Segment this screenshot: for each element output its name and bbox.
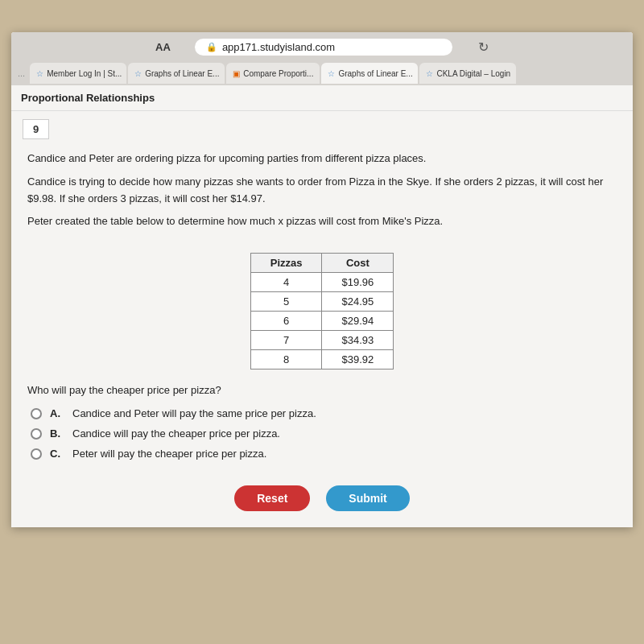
table-header-pizzas: Pizzas [250, 254, 322, 273]
tab-member-label: Member Log In | St... [47, 69, 122, 78]
refresh-button[interactable]: ↻ [478, 39, 489, 55]
table-cell-1-0: 5 [250, 292, 322, 312]
pizza-table: Pizzas Cost 4$19.965$24.956$29.947$34.93… [250, 253, 394, 369]
page-title: Proportional Relationships [21, 92, 155, 104]
choice-b-text: Candice will pay the cheaper price per p… [72, 427, 280, 440]
tab-graphs1-label: Graphs of Linear E... [145, 69, 219, 78]
table-cell-2-1: $29.94 [322, 312, 394, 331]
question-intro: Candice and Peter are ordering pizza for… [27, 151, 617, 167]
table-cell-4-0: 8 [250, 350, 322, 369]
browser-top-bar: AA 🔒 app171.studyisland.com ↻ [11, 32, 633, 61]
question-number-box: 9 [11, 111, 633, 147]
question-body: Candice and Peter are ordering pizza for… [11, 147, 633, 245]
table-row: 6$29.94 [250, 312, 394, 331]
reset-button[interactable]: Reset [234, 485, 310, 511]
table-cell-2-0: 6 [250, 312, 322, 331]
who-question: Who will pay the cheaper price per pizza… [11, 381, 633, 404]
radio-b[interactable] [31, 428, 42, 440]
aa-label: AA [155, 41, 171, 53]
choice-c: C. Peter will pay the cheaper price per … [31, 448, 613, 460]
tab-graphs2-label: Graphs of Linear E... [338, 69, 412, 78]
page-header: Proportional Relationships [11, 85, 633, 111]
choice-b-label: B. [50, 427, 64, 440]
table-header-cost: Cost [322, 254, 394, 273]
table-cell-0-0: 4 [250, 273, 322, 292]
tab-graphs1[interactable]: ☆ Graphs of Linear E... [128, 63, 225, 84]
radio-a[interactable] [31, 408, 42, 419]
table-cell-3-1: $34.93 [322, 331, 394, 350]
tab-member-icon: ☆ [36, 69, 43, 78]
address-text: app171.studyisland.com [222, 41, 335, 53]
candice-text: Candice is trying to decide how many piz… [27, 174, 617, 208]
choice-b: B. Candice will pay the cheaper price pe… [31, 427, 613, 440]
tab-graphs2-icon: ☆ [328, 69, 335, 78]
browser-window: AA 🔒 app171.studyisland.com ↻ ... ☆ Memb… [11, 32, 633, 527]
tab-graphs1-icon: ☆ [134, 69, 142, 78]
table-cell-1-1: $24.95 [322, 292, 394, 312]
tab-graphs2[interactable]: ☆ Graphs of Linear E... [321, 63, 418, 84]
tab-ckla-icon: ☆ [426, 69, 433, 78]
table-cell-0-1: $19.96 [322, 273, 394, 292]
lock-icon: 🔒 [206, 42, 217, 52]
tab-compare-label: Compare Proporti... [243, 69, 313, 78]
table-row: 5$24.95 [250, 292, 394, 312]
choice-c-text: Peter will pay the cheaper price per piz… [72, 448, 266, 460]
tab-compare[interactable]: ▣ Compare Proporti... [226, 63, 320, 84]
choice-c-label: C. [50, 448, 64, 460]
tab-ckla-label: CKLA Digital – Login [436, 69, 510, 78]
submit-button[interactable]: Submit [326, 485, 409, 511]
table-cell-3-0: 7 [250, 331, 322, 350]
answer-choices: A. Candice and Peter will pay the same p… [11, 404, 633, 471]
table-cell-4-1: $39.92 [322, 350, 394, 369]
tab-ckla[interactable]: ☆ CKLA Digital – Login [419, 63, 516, 84]
tabs-bar: ... ☆ Member Log In | St... ☆ Graphs of … [11, 61, 633, 85]
peter-text: Peter created the table below to determi… [27, 213, 617, 230]
address-bar[interactable]: 🔒 app171.studyisland.com [195, 39, 452, 56]
tab-compare-icon: ▣ [233, 69, 240, 78]
choice-a-text: Candice and Peter will pay the same pric… [72, 407, 316, 419]
table-row: 4$19.96 [250, 273, 394, 292]
choice-a-label: A. [50, 407, 64, 419]
content-wrapper: 9 Candice and Peter are ordering pizza f… [11, 111, 633, 527]
table-row: 8$39.92 [250, 350, 394, 369]
action-buttons: Reset Submit [11, 485, 633, 527]
tabs-ellipsis: ... [14, 68, 28, 78]
choice-a: A. Candice and Peter will pay the same p… [31, 407, 613, 419]
radio-c[interactable] [31, 448, 42, 460]
browser-chrome: AA 🔒 app171.studyisland.com ↻ ... ☆ Memb… [11, 32, 633, 85]
table-row: 7$34.93 [250, 331, 394, 350]
tab-member[interactable]: ☆ Member Log In | St... [30, 63, 126, 84]
table-container: Pizzas Cost 4$19.965$24.956$29.947$34.93… [11, 253, 633, 369]
